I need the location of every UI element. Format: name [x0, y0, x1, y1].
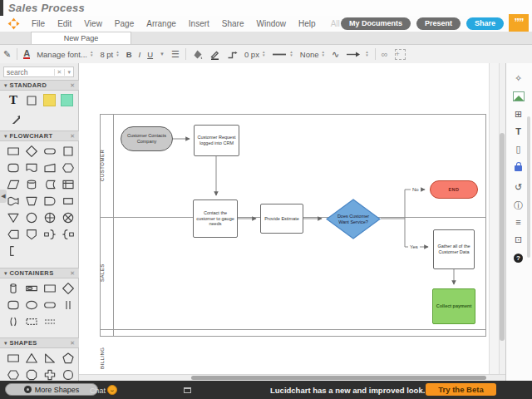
shape-color-square[interactable]	[61, 94, 73, 106]
shape-line-arrow[interactable]	[7, 111, 20, 124]
stepper-icon[interactable]: ▲▼	[116, 51, 119, 57]
shape-swimlane[interactable]	[25, 282, 38, 295]
shape-merge[interactable]	[7, 211, 20, 224]
shape-ellipse-frame[interactable]	[25, 298, 38, 312]
shape-double-bars[interactable]	[62, 298, 75, 312]
chevron-down-icon[interactable]: ▾	[4, 270, 7, 277]
stepper-icon[interactable]: ▲▼	[322, 51, 325, 57]
menu-insert[interactable]: Insert	[189, 19, 209, 28]
shape-text[interactable]: T	[7, 93, 20, 108]
shape-process-2[interactable]	[62, 195, 75, 208]
shape-cylinder-vertical[interactable]	[7, 282, 20, 295]
node-customer-contacts-company[interactable]: Customer Contacts Company	[121, 126, 173, 151]
my-documents-button[interactable]: My Documents	[341, 17, 411, 30]
collapse-panel-arrow[interactable]: ◀	[0, 190, 7, 203]
shape-database[interactable]	[25, 178, 38, 191]
italic-button[interactable]: I	[139, 50, 141, 59]
shape-right-triangle[interactable]	[43, 352, 57, 365]
shape-cross[interactable]	[43, 368, 57, 382]
section-header-standard[interactable]: ▾ STANDARD ✕	[0, 80, 79, 91]
shape-rounded-square[interactable]	[62, 368, 75, 382]
right-panel-scrollbar-thumb[interactable]	[527, 116, 530, 258]
bold-button[interactable]: B	[126, 50, 132, 59]
shape-note-right[interactable]	[43, 228, 57, 241]
line-style-select[interactable]: ▲▼	[272, 49, 293, 60]
shape-stored-data[interactable]	[43, 178, 57, 191]
shape-dashed-lines[interactable]	[25, 315, 38, 328]
vertical-scrollbar-thumb[interactable]	[500, 133, 505, 341]
shape-pill-frame[interactable]	[43, 298, 57, 312]
node-contact-customer[interactable]: Contact the customer to gauge needs	[193, 200, 238, 238]
node-end[interactable]: END	[430, 180, 478, 199]
shape-rounded-frame[interactable]	[7, 298, 20, 312]
font-size-select[interactable]: 8 pt ▲▼	[100, 50, 119, 59]
shape-frame[interactable]	[43, 282, 57, 295]
present-button[interactable]: Present	[416, 17, 461, 30]
horizontal-scrollbar-thumb[interactable]	[191, 376, 486, 380]
stepper-icon[interactable]: ▲▼	[365, 51, 368, 57]
shape-summing-junction[interactable]	[43, 211, 57, 224]
node-collect-payment[interactable]: Collect payment	[432, 288, 475, 324]
add-shape-icon[interactable]: +	[395, 49, 406, 60]
shape-manual-operation[interactable]	[25, 195, 38, 208]
line-end-select[interactable]: None ▲▼	[300, 50, 325, 59]
image-icon[interactable]	[505, 91, 531, 103]
shape-off-page[interactable]	[25, 228, 38, 241]
shape-octagon[interactable]	[25, 368, 38, 382]
tab-new-page[interactable]: New Page	[31, 32, 131, 44]
shape-process[interactable]	[7, 145, 20, 158]
text-style-dropdown-icon[interactable]: ▼	[160, 52, 165, 57]
stepper-icon[interactable]: ▲▼	[262, 51, 265, 57]
underline-button[interactable]: U	[147, 50, 153, 59]
font-color-button[interactable]: A	[23, 49, 30, 59]
shape-rectangle[interactable]	[7, 352, 20, 365]
node-customer-request-logged[interactable]: Customer Request logged into CRM	[194, 125, 239, 156]
stepper-icon[interactable]: ▲▼	[289, 51, 293, 57]
stepper-icon[interactable]: ▲▼	[90, 51, 93, 57]
shape-data[interactable]	[7, 178, 20, 191]
menu-page[interactable]: Page	[115, 19, 134, 28]
node-provide-estimate[interactable]: Provide Estimate	[260, 204, 303, 234]
line-color-icon[interactable]	[209, 49, 220, 60]
shape-manual-input[interactable]	[43, 161, 57, 175]
shape-sticky-note[interactable]	[43, 94, 56, 106]
shape-diamond-frame[interactable]	[62, 282, 75, 295]
stroke-width-select[interactable]: 0 px ▲▼	[244, 50, 265, 59]
search-input[interactable]	[4, 68, 54, 76]
edit-pencil-icon[interactable]: ✎	[3, 49, 11, 60]
lucidchart-logo-icon[interactable]	[7, 17, 20, 30]
shape-document[interactable]	[25, 161, 38, 175]
shape-display[interactable]	[7, 228, 20, 241]
arrow-style-select[interactable]: ▲▼	[346, 49, 368, 60]
font-family-select[interactable]: Manage font... ▲▼	[37, 50, 93, 59]
fill-color-icon[interactable]	[192, 49, 203, 60]
menu-help[interactable]: Help	[298, 19, 316, 28]
shape-connector[interactable]	[25, 211, 38, 224]
clear-search-icon[interactable]: ✕	[54, 69, 65, 76]
close-icon[interactable]: ✕	[70, 340, 75, 347]
shape-predefined-process[interactable]	[62, 145, 75, 158]
shape-delay[interactable]	[43, 195, 57, 208]
search-dropdown-icon[interactable]: ▾	[64, 69, 73, 76]
shape-terminator[interactable]	[43, 145, 57, 158]
menu-share[interactable]: Share	[222, 19, 244, 28]
shape-paper-tape[interactable]	[7, 195, 20, 208]
menu-window[interactable]: Window	[257, 19, 287, 28]
node-gather-customer-data[interactable]: Gather all of the Customer Data	[433, 229, 475, 269]
shape-rounded-process[interactable]	[7, 161, 20, 175]
section-header-shapes[interactable]: ▾ SHAPES ✕	[0, 337, 79, 348]
menu-edit[interactable]: Edit	[57, 19, 71, 28]
shape-preparation[interactable]	[62, 161, 75, 175]
node-decision-want-service[interactable]: Does Customer Want Service?	[326, 199, 381, 239]
close-icon[interactable]: ✕	[70, 270, 75, 277]
section-header-flowchart[interactable]: ▾ FLOWCHART ✕	[0, 131, 79, 141]
menu-file[interactable]: File	[32, 19, 45, 28]
shape-parentheses[interactable]	[7, 315, 20, 328]
share-button[interactable]: Share	[466, 17, 504, 30]
link-icon[interactable]: ∞	[382, 49, 388, 59]
curve-icon[interactable]: ∿	[332, 49, 339, 60]
drawing-canvas[interactable]: CUSTOMER SALES BILLING No Yes	[79, 63, 505, 381]
chat-icon[interactable]	[107, 385, 117, 395]
menu-arrange[interactable]: Arrange	[146, 19, 176, 28]
shape-decision[interactable]	[25, 145, 38, 158]
